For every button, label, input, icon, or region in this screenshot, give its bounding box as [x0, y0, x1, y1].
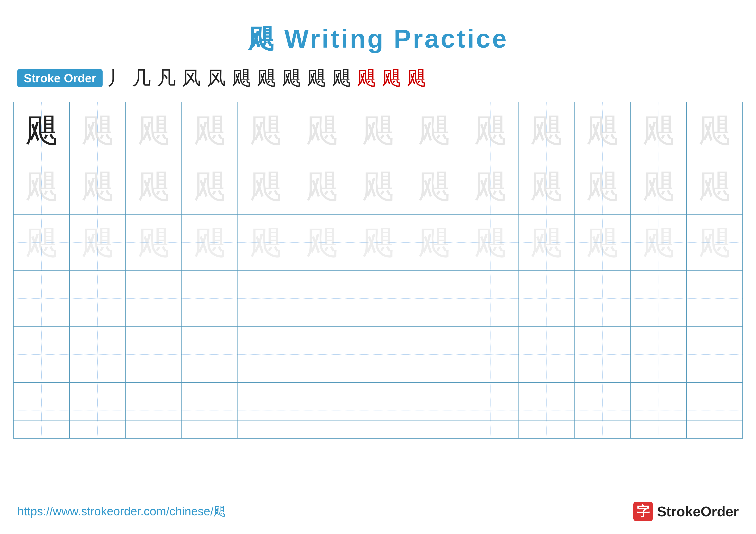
grid-cell[interactable]: [518, 383, 574, 439]
grid-cell[interactable]: 飓: [462, 158, 518, 214]
grid-cell[interactable]: [69, 270, 125, 326]
grid-cell[interactable]: 飓: [126, 102, 182, 158]
brand-icon-char: 字: [636, 503, 650, 520]
grid-cell[interactable]: [69, 326, 125, 382]
grid-cell[interactable]: 飓: [687, 158, 742, 214]
grid-cell[interactable]: 飓: [350, 214, 406, 270]
grid-cell[interactable]: [687, 383, 742, 439]
practice-char: 飓: [586, 170, 618, 202]
grid-cell[interactable]: 飓: [238, 102, 294, 158]
grid-cell[interactable]: [126, 383, 182, 439]
grid-cell[interactable]: 飓: [574, 214, 630, 270]
grid-cell[interactable]: 飓: [238, 214, 294, 270]
grid-cell[interactable]: 飓: [687, 214, 742, 270]
grid-cell[interactable]: [350, 326, 406, 382]
grid-cell[interactable]: [574, 270, 630, 326]
grid-cell[interactable]: 飓: [406, 214, 462, 270]
grid-cell[interactable]: 飓: [462, 214, 518, 270]
grid-cell[interactable]: 飓: [294, 214, 350, 270]
practice-char: 飓: [138, 226, 170, 259]
grid-cell[interactable]: 飓: [69, 158, 125, 214]
stroke-9: 飓: [307, 65, 328, 91]
stroke-sequence: 丿 几 凡 风 风 飓 飓 飓 飓 飓 飓 飓 飓: [107, 65, 428, 91]
grid-cell[interactable]: 飓: [462, 102, 518, 158]
grid-cell[interactable]: 飓: [126, 214, 182, 270]
grid-cell[interactable]: [182, 326, 238, 382]
grid-cell[interactable]: [182, 383, 238, 439]
grid-cell[interactable]: [406, 326, 462, 382]
grid-cell[interactable]: 飓: [518, 102, 574, 158]
grid-cell[interactable]: 飓: [574, 102, 630, 158]
practice-char: 飓: [642, 114, 675, 146]
grid-cell[interactable]: [630, 326, 687, 382]
grid-cell[interactable]: [630, 383, 687, 439]
grid-cell[interactable]: [126, 326, 182, 382]
grid-cell[interactable]: [14, 270, 69, 326]
grid-cell[interactable]: [687, 326, 742, 382]
grid-cell[interactable]: [630, 270, 687, 326]
grid-cell[interactable]: [238, 270, 294, 326]
practice-char: 飓: [698, 114, 731, 146]
grid-cell[interactable]: 飓: [630, 214, 687, 270]
footer: https://www.strokeorder.com/chinese/飓 字 …: [0, 502, 756, 521]
practice-char: 飓: [194, 226, 226, 259]
grid-cell[interactable]: [406, 383, 462, 439]
grid-cell[interactable]: [574, 383, 630, 439]
practice-char: 飓: [25, 226, 58, 259]
stroke-7: 飓: [257, 65, 278, 91]
practice-char: 飓: [306, 170, 338, 202]
grid-cell[interactable]: [14, 326, 69, 382]
practice-char: 飓: [474, 226, 506, 259]
grid-cell[interactable]: 飓: [406, 102, 462, 158]
practice-char: 飓: [586, 226, 618, 259]
grid-cell[interactable]: 飓: [14, 214, 69, 270]
practice-char: 飓: [81, 114, 114, 146]
grid-cell[interactable]: [687, 270, 742, 326]
grid-cell[interactable]: 飓: [14, 102, 69, 158]
grid-cell[interactable]: [462, 270, 518, 326]
practice-char: 飓: [81, 170, 114, 202]
grid-cell[interactable]: 飓: [69, 214, 125, 270]
grid-cell[interactable]: 飓: [350, 102, 406, 158]
grid-cell[interactable]: 飓: [406, 158, 462, 214]
stroke-8: 飓: [282, 65, 303, 91]
grid-cell[interactable]: [406, 270, 462, 326]
grid-cell[interactable]: [238, 383, 294, 439]
grid-cell[interactable]: [294, 326, 350, 382]
grid-cell[interactable]: 飓: [350, 158, 406, 214]
grid-cell[interactable]: 飓: [518, 158, 574, 214]
grid-cell[interactable]: [462, 326, 518, 382]
grid-cell[interactable]: 飓: [630, 158, 687, 214]
stroke-2: 几: [132, 65, 153, 91]
grid-cell[interactable]: 飓: [182, 158, 238, 214]
grid-cell[interactable]: [69, 383, 125, 439]
grid-cell[interactable]: [350, 383, 406, 439]
grid-cell[interactable]: 飓: [182, 102, 238, 158]
grid-cell[interactable]: [574, 326, 630, 382]
grid-cell[interactable]: [518, 326, 574, 382]
grid-cell[interactable]: 飓: [574, 158, 630, 214]
grid-cell[interactable]: [350, 270, 406, 326]
grid-cell[interactable]: 飓: [238, 158, 294, 214]
grid-cell[interactable]: 飓: [69, 102, 125, 158]
grid-cell[interactable]: 飓: [687, 102, 742, 158]
page-title: 飓 Writing Practice: [0, 0, 756, 57]
grid-cell[interactable]: [294, 383, 350, 439]
grid-cell[interactable]: 飓: [294, 158, 350, 214]
grid-cell[interactable]: [126, 270, 182, 326]
practice-char: 飓: [530, 170, 562, 202]
grid-cell[interactable]: 飓: [294, 102, 350, 158]
grid-cell[interactable]: 飓: [630, 102, 687, 158]
brand-name: StrokeOrder: [657, 503, 739, 520]
grid-cell[interactable]: [238, 326, 294, 382]
grid-cell[interactable]: [462, 383, 518, 439]
grid-cell[interactable]: 飓: [14, 158, 69, 214]
grid-cell[interactable]: 飓: [182, 214, 238, 270]
grid-cell[interactable]: 飓: [518, 214, 574, 270]
grid-cell[interactable]: [294, 270, 350, 326]
grid-cell[interactable]: 飓: [126, 158, 182, 214]
grid-cell[interactable]: [518, 270, 574, 326]
practice-char: 飓: [642, 170, 675, 202]
grid-cell[interactable]: [182, 270, 238, 326]
grid-cell[interactable]: [14, 383, 69, 439]
